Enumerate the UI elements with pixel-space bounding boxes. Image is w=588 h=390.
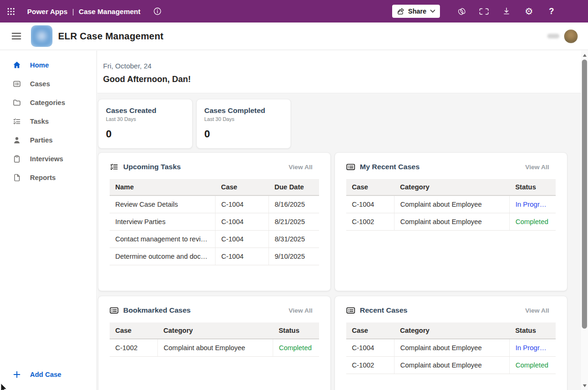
panel-title: Upcoming Tasks [123, 163, 181, 171]
brand-divider: | [72, 8, 74, 15]
table-cell: C-1004 [216, 195, 269, 213]
help-icon: ? [549, 7, 554, 15]
recent-cases-table: CaseCategoryStatusC-1004Complaint about … [346, 322, 556, 374]
app-header: ELR Case Management [0, 22, 588, 50]
table-header-row: CaseCategoryStatus [346, 322, 556, 339]
table-cell: Review Case Details [110, 195, 216, 213]
panel-title: Recent Cases [360, 306, 408, 315]
share-label: Share [408, 8, 426, 15]
view-all-link[interactable]: View All [525, 164, 549, 171]
sidebar-item-label: Categories [30, 99, 65, 106]
panel-title: My Recent Cases [360, 163, 420, 171]
table-row[interactable]: C-1002Complaint about EmployeeCompleted [346, 357, 556, 374]
home-icon [13, 61, 21, 69]
clipboard-icon [13, 155, 21, 163]
status-cell: In Progress [510, 339, 556, 357]
table-cell: 9/10/2025 [269, 248, 319, 265]
sidebar-item-label: Tasks [30, 118, 49, 125]
avatar-photo [564, 30, 578, 43]
avatar-photo [566, 1, 587, 22]
stat-value: 0 [106, 128, 185, 140]
sidebar-item-categories[interactable]: Categories [0, 93, 97, 112]
table-row[interactable]: Review Case DetailsC-10048/16/2025 [110, 195, 319, 213]
share-icon [397, 8, 405, 15]
view-all-link[interactable]: View All [525, 307, 549, 314]
table-row[interactable]: C-1004Complaint about EmployeeIn Progres… [346, 339, 556, 357]
column-header: Case [216, 179, 269, 195]
settings-button[interactable]: ⚙ [518, 0, 540, 22]
table-cell: C-1004 [216, 248, 269, 265]
column-header: Status [273, 322, 319, 339]
panel-upcoming-tasks: Upcoming Tasks View All NameCaseDue Date… [98, 152, 331, 291]
add-case-button[interactable]: Add Case [0, 365, 97, 384]
gear-icon: ⚙ [525, 7, 533, 16]
view-all-link[interactable]: View All [289, 307, 313, 314]
table-row[interactable]: C-1002Complaint about EmployeeCompleted [346, 213, 556, 231]
header-avatar[interactable] [564, 30, 578, 43]
power-apps-topbar: Power Apps | Case Management Share [0, 0, 588, 22]
fit-screen-icon [479, 8, 489, 15]
person-icon [13, 136, 21, 144]
column-header: Case [346, 179, 394, 195]
sidebar-item-parties[interactable]: Parties [0, 131, 97, 150]
sidebar-item-label: Parties [30, 136, 52, 144]
table-cell: 8/21/2025 [269, 213, 319, 231]
sidebar-item-cases[interactable]: Cases [0, 75, 97, 93]
table-row[interactable]: Interview PartiesC-10048/21/2025 [110, 213, 319, 231]
table-row[interactable]: Determine outcome and docu...C-10049/10/… [110, 248, 319, 265]
info-icon [153, 7, 162, 15]
stat-title: Cases Completed [204, 106, 283, 115]
panel-bookmarked-cases: Bookmarked Cases View All CaseCategorySt… [98, 296, 331, 390]
help-button[interactable]: ? [540, 0, 563, 22]
app-logo-image [31, 25, 52, 47]
status-cell: Completed [273, 339, 319, 357]
table-row[interactable]: C-1004Complaint about EmployeeIn Progres… [346, 195, 556, 213]
sidebar-item-label: Interviews [30, 155, 63, 163]
table-cell: C-1002 [346, 213, 394, 231]
panel-my-recent-cases: My Recent Cases View All CaseCategorySta… [335, 152, 567, 291]
card-icon [346, 163, 355, 171]
panel-grid: Upcoming Tasks View All NameCaseDue Date… [98, 152, 581, 390]
table-cell: Determine outcome and docu... [110, 248, 216, 265]
table-cell: C-1004 [346, 339, 394, 357]
column-header: Case [346, 322, 394, 339]
table-cell: Complaint about Employee [394, 339, 510, 357]
folder-icon [13, 98, 21, 107]
nav-list: Home Cases Categories [0, 51, 97, 187]
menu-button[interactable] [10, 30, 22, 42]
scrollbar-up-button[interactable] [581, 52, 588, 59]
panel-header: Recent Cases View All [346, 306, 556, 315]
view-all-link[interactable]: View All [289, 164, 313, 171]
table-cell: Complaint about Employee [394, 357, 510, 374]
sidebar-item-home[interactable]: Home [0, 56, 97, 75]
download-button[interactable] [495, 0, 518, 22]
stat-subtitle: Last 30 Days [106, 116, 185, 122]
table-cell: C-1004 [216, 231, 269, 248]
sidebar-item-tasks[interactable]: Tasks [0, 112, 97, 131]
panel-header: My Recent Cases View All [346, 163, 556, 171]
app-launcher-button[interactable] [0, 0, 22, 22]
table-cell: C-1002 [110, 339, 158, 357]
column-header: Category [158, 322, 273, 339]
scrollbar-down-button[interactable] [581, 382, 588, 389]
sidebar-item-reports[interactable]: Reports [0, 168, 97, 187]
fit-screen-button[interactable] [473, 0, 495, 22]
checklist-icon [110, 163, 119, 171]
scrollbar-thumb[interactable] [582, 60, 587, 329]
app-logo [31, 25, 52, 47]
stat-subtitle: Last 30 Days [204, 116, 283, 122]
table-header-row: NameCaseDue Date [110, 179, 319, 195]
copilot-button[interactable] [450, 0, 473, 22]
column-header: Status [510, 322, 556, 339]
download-icon [502, 7, 511, 16]
cases-icon [13, 80, 21, 88]
share-button[interactable]: Share [392, 5, 440, 18]
sidebar-item-interviews[interactable]: Interviews [0, 150, 97, 168]
info-button[interactable] [151, 5, 164, 18]
vertical-scrollbar[interactable] [581, 51, 588, 390]
table-cell: Contact management to revie... [110, 231, 216, 248]
table-row[interactable]: Contact management to revie...C-10048/31… [110, 231, 319, 248]
table-row[interactable]: C-1002Complaint about EmployeeCompleted [110, 339, 319, 357]
card-icon [110, 306, 119, 315]
topbar-avatar[interactable] [566, 1, 587, 22]
